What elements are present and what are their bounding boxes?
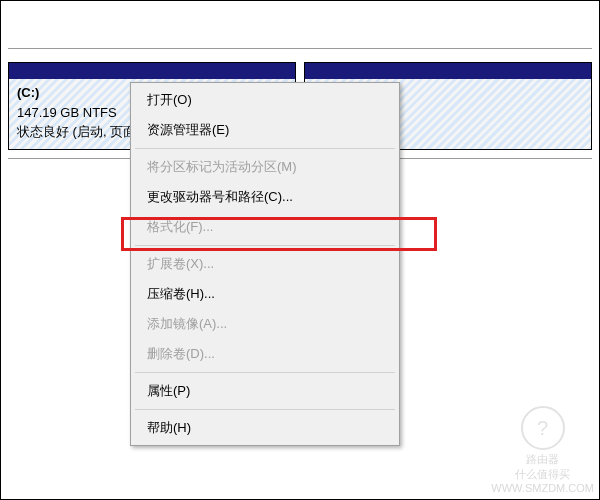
menu-item-explorer[interactable]: 资源管理器(E) — [133, 115, 397, 145]
menu-item-delete-volume: 删除卷(D)... — [133, 339, 397, 369]
menu-item-format: 格式化(F)... — [133, 212, 397, 242]
watermark: ? 路由器 什么值得买 WWW.SMZDM.COM — [491, 406, 594, 494]
menu-separator — [135, 245, 395, 246]
watermark-icon: ? — [521, 406, 565, 450]
menu-item-extend-volume: 扩展卷(X)... — [133, 249, 397, 279]
menu-separator — [135, 409, 395, 410]
menu-item-open[interactable]: 打开(O) — [133, 85, 397, 115]
menu-item-add-mirror: 添加镜像(A)... — [133, 309, 397, 339]
menu-item-mark-active: 将分区标记为活动分区(M) — [133, 152, 397, 182]
menu-separator — [135, 372, 395, 373]
menu-item-change-drive-letter[interactable]: 更改驱动器号和路径(C)... — [133, 182, 397, 212]
watermark-text: 什么值得买 — [515, 467, 570, 482]
partition-header — [9, 63, 295, 79]
partition-header — [305, 63, 591, 79]
watermark-text: WWW.SMZDM.COM — [491, 482, 594, 494]
divider — [8, 48, 592, 49]
menu-item-help[interactable]: 帮助(H) — [133, 413, 397, 443]
menu-item-properties[interactable]: 属性(P) — [133, 376, 397, 406]
menu-separator — [135, 148, 395, 149]
watermark-text: 路由器 — [526, 452, 559, 467]
menu-item-shrink-volume[interactable]: 压缩卷(H)... — [133, 279, 397, 309]
context-menu: 打开(O) 资源管理器(E) 将分区标记为活动分区(M) 更改驱动器号和路径(C… — [130, 82, 400, 446]
